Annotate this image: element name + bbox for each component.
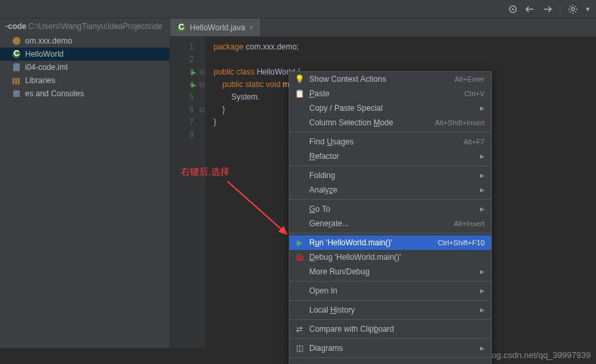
menu-copy-paste-special[interactable]: Copy / Paste Special▶ (289, 101, 491, 115)
fold-icon[interactable]: ⊟ (199, 66, 204, 78)
run-gutter-icon[interactable]: ▶ (191, 66, 196, 78)
svg-point-3 (13, 37, 20, 45)
class-icon: C (12, 49, 21, 59)
step-over-icon[interactable] (542, 4, 552, 15)
target-icon[interactable] (508, 4, 518, 15)
tree-item-es-and-consoles[interactable]: es and Consoles (0, 87, 169, 100)
submenu-arrow-icon: ▶ (480, 105, 485, 111)
submenu-arrow-icon: ▶ (480, 187, 485, 193)
menu-diagrams[interactable]: ◫Diagrams▶ (289, 341, 491, 355)
bulb-icon: 💡 (295, 75, 304, 84)
debug-icon: 🐞 (295, 253, 304, 262)
menu-generate[interactable]: Generate...Alt+Insert (289, 216, 491, 231)
breadcrumb: -code C:\Users\WangTianyu\IdeaProjects\d… (0, 18, 169, 34)
class-icon: C (177, 23, 186, 32)
lib-icon (12, 76, 21, 85)
tree-item-i04-code-iml[interactable]: i04-code.iml (0, 61, 169, 74)
menu-paste[interactable]: 📋PasteCtrl+V (289, 86, 491, 101)
fold-icon[interactable]: ⊟ (199, 104, 204, 116)
menu-run-helloworld-main[interactable]: ▶Run 'HelloWorld.main()'Ctrl+Shift+F10 (289, 235, 491, 250)
svg-line-13 (227, 181, 287, 234)
svg-point-2 (572, 7, 575, 11)
menu-local-history[interactable]: Local History▶ (289, 303, 491, 317)
close-icon[interactable]: × (249, 23, 254, 32)
menu-refactor[interactable]: Refactor▶ (289, 149, 491, 164)
svg-rect-6 (13, 63, 20, 71)
menu-show-context-actions[interactable]: 💡Show Context ActionsAlt+Enter (289, 72, 491, 86)
package-icon (12, 36, 21, 46)
svg-rect-10 (13, 90, 20, 97)
submenu-arrow-icon: ▶ (480, 307, 485, 313)
run-gutter-icon[interactable]: ▶ (191, 78, 196, 91)
menu-column-selection-mode[interactable]: Column Selection ModeAlt+Shift+Insert (289, 115, 491, 130)
arrow-annotation (224, 178, 297, 244)
submenu-arrow-icon: ▶ (480, 206, 485, 212)
run-icon: ▶ (295, 238, 304, 247)
menu-create-gist[interactable]: ◯Create Gist... (289, 360, 491, 364)
tree-item-helloworld[interactable]: CHelloWorld (0, 47, 169, 61)
svg-point-1 (512, 8, 514, 10)
svg-rect-8 (15, 78, 17, 84)
project-tree: -code C:\Users\WangTianyu\IdeaProjects\d… (0, 18, 170, 348)
menu-more-run-debug[interactable]: More Run/Debug▶ (289, 264, 491, 279)
diagram-icon: ◫ (295, 344, 304, 353)
svg-text:C: C (179, 23, 185, 32)
tab-label: HelloWorld.java (190, 23, 245, 32)
editor-tabs: C HelloWorld.java × (170, 18, 596, 37)
menu-find-usages[interactable]: Find UsagesAlt+F7 (289, 135, 491, 149)
menu-compare-with-clipboard[interactable]: ⇄Compare with Clipboard (289, 322, 491, 336)
submenu-arrow-icon: ▶ (480, 172, 485, 179)
gear-icon[interactable] (568, 4, 578, 15)
tree-item-libraries[interactable]: Libraries (0, 74, 169, 87)
svg-text:C: C (14, 49, 20, 58)
tree-item-om-xxx-demo[interactable]: om.xxx.demo (0, 34, 169, 47)
file-icon (12, 63, 21, 72)
menu-debug-helloworld-main[interactable]: 🐞Debug 'HelloWorld.main()' (289, 250, 491, 264)
svg-rect-7 (13, 78, 15, 84)
menu-folding[interactable]: Folding▶ (289, 168, 491, 183)
annotation-text: 右键后,选择 (181, 166, 229, 178)
menu-open-in[interactable]: Open In▶ (289, 284, 491, 298)
tab-helloworld[interactable]: C HelloWorld.java × (170, 18, 261, 36)
step-back-icon[interactable] (525, 4, 535, 15)
compare-icon: ⇄ (295, 324, 304, 334)
paste-icon: 📋 (295, 89, 304, 98)
fold-icon[interactable]: ⊟ (199, 78, 204, 91)
dropdown-icon[interactable]: ▼ (585, 6, 591, 13)
svg-rect-9 (18, 78, 20, 84)
menu-go-to[interactable]: Go To▶ (289, 202, 491, 216)
submenu-arrow-icon: ▶ (480, 345, 485, 351)
scratch-icon (12, 89, 21, 98)
submenu-arrow-icon: ▶ (480, 153, 485, 160)
menu-analyze[interactable]: Analyze▶ (289, 183, 491, 197)
submenu-arrow-icon: ▶ (480, 268, 485, 275)
context-menu: 💡Show Context ActionsAlt+Enter📋PasteCtrl… (289, 71, 492, 364)
submenu-arrow-icon: ▶ (480, 288, 485, 294)
main-toolbar: | ▼ (0, 0, 596, 18)
gutter: 12▶3⊟▶4⊟56⊟78 (170, 37, 206, 348)
